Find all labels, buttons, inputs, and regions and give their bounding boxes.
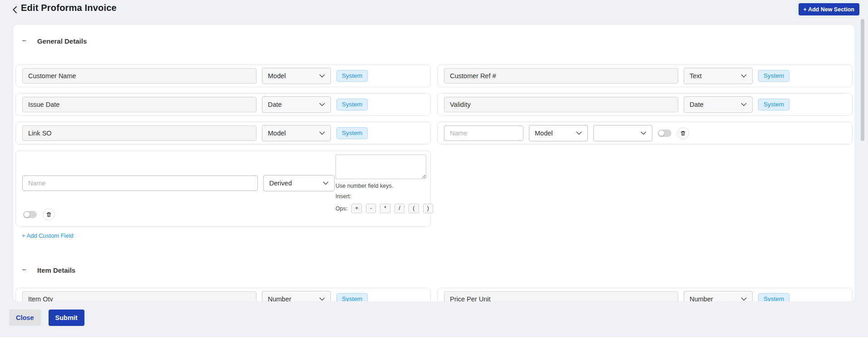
field-type-select[interactable]: Number — [262, 291, 331, 301]
chevron-down-icon — [741, 74, 747, 78]
field-card-link-so: Model System — [15, 122, 431, 145]
field-name-input — [22, 125, 256, 141]
page-title: Edit Proforma Invoice — [21, 3, 117, 13]
system-badge: System — [758, 99, 789, 110]
general-details-grid: Model System Text System Date System — [15, 65, 853, 227]
close-button[interactable]: Close — [9, 310, 41, 326]
add-new-section-button[interactable]: + Add New Section — [799, 3, 859, 15]
vertical-scrollbar-thumb[interactable] — [861, 19, 864, 141]
derived-field-controls — [23, 208, 55, 220]
field-type-value: Model — [268, 72, 286, 80]
derived-field-card: Derived Use number field keys. Insert: O… — [15, 150, 431, 227]
field-card-issue-date: Date System — [15, 93, 431, 116]
chevron-left-icon — [12, 6, 17, 14]
section-title: Item Details — [37, 266, 75, 274]
required-toggle[interactable] — [23, 211, 37, 218]
formula-hint-text: Use number field keys. — [335, 183, 433, 189]
toggle-knob — [659, 130, 664, 136]
footer-actions: Close Submit — [9, 310, 84, 326]
formula-textarea[interactable] — [335, 155, 426, 179]
form-panel: − General Details Model System Text Syst… — [14, 25, 854, 301]
derived-field-name-input[interactable] — [22, 175, 258, 191]
item-details-grid: Number System Number System — [15, 288, 853, 301]
custom-field-subtype-select[interactable] — [593, 125, 652, 141]
op-divide-button[interactable]: / — [395, 204, 404, 213]
system-badge: System — [758, 70, 789, 82]
collapse-icon[interactable]: − — [21, 38, 27, 44]
op-multiply-button[interactable]: * — [380, 204, 390, 213]
custom-field-card: Model — [437, 122, 853, 145]
chevron-down-icon — [319, 297, 325, 301]
chevron-down-icon — [319, 131, 325, 135]
field-card-customer-name: Model System — [15, 65, 431, 87]
submit-button[interactable]: Submit — [49, 310, 84, 326]
field-name-input — [22, 68, 256, 84]
field-name-input — [22, 97, 256, 112]
field-name-input — [22, 291, 256, 301]
toggle-knob — [24, 212, 30, 217]
section-title: General Details — [37, 37, 87, 45]
chevron-down-icon — [741, 103, 747, 106]
field-type-value: Model — [535, 130, 553, 137]
field-type-select[interactable]: Model — [262, 125, 331, 141]
system-badge: System — [336, 99, 368, 110]
formula-block: Use number field keys. Insert: Ops: + - … — [335, 155, 433, 213]
op-minus-button[interactable]: - — [366, 204, 376, 213]
field-type-value: Text — [690, 72, 702, 80]
custom-field-type-select[interactable]: Model — [529, 125, 588, 141]
field-type-select[interactable]: Date — [262, 96, 331, 113]
field-type-select[interactable]: Text — [684, 68, 753, 84]
required-toggle[interactable] — [658, 130, 671, 137]
system-badge: System — [758, 293, 789, 301]
op-close-paren-button[interactable]: ) — [423, 204, 433, 213]
back-button[interactable] — [9, 4, 20, 15]
field-type-value: Number — [690, 295, 713, 301]
ops-row: Ops: + - * / ( ) — [335, 204, 433, 213]
field-name-input — [444, 68, 678, 84]
ops-label: Ops: — [335, 205, 347, 212]
field-type-value: Derived — [269, 180, 292, 187]
field-type-value: Date — [268, 101, 282, 108]
field-card-validity: Date System — [437, 93, 853, 116]
field-type-value: Number — [268, 295, 291, 301]
collapse-icon[interactable]: − — [21, 267, 27, 273]
derived-field-row: Derived — [22, 175, 335, 191]
field-type-value: Model — [268, 130, 286, 137]
field-type-select[interactable]: Number — [684, 291, 753, 301]
op-open-paren-button[interactable]: ( — [409, 204, 419, 213]
chevron-down-icon — [319, 74, 325, 78]
op-plus-button[interactable]: + — [351, 204, 361, 213]
field-type-select[interactable]: Date — [684, 96, 753, 113]
field-name-input — [444, 291, 678, 301]
field-name-input — [444, 97, 678, 112]
chevron-down-icon — [641, 131, 646, 135]
derived-field-type-select[interactable]: Derived — [263, 175, 335, 191]
add-custom-field-link[interactable]: + Add Custom Field — [22, 232, 74, 239]
system-badge: System — [336, 127, 368, 139]
trash-icon — [46, 211, 52, 218]
field-card-item-qty: Number System — [15, 288, 431, 301]
chevron-down-icon — [323, 181, 329, 185]
chevron-down-icon — [741, 297, 747, 301]
delete-field-button[interactable] — [43, 208, 55, 220]
field-card-price-per-unit: Number System — [437, 288, 853, 301]
system-badge: System — [336, 70, 368, 82]
delete-field-button[interactable] — [677, 127, 689, 140]
trash-icon — [680, 130, 686, 136]
field-type-select[interactable]: Model — [262, 68, 331, 84]
system-badge: System — [336, 293, 368, 301]
field-type-value: Date — [690, 101, 704, 108]
empty-grid-cell — [437, 150, 853, 227]
chevron-down-icon — [319, 103, 325, 106]
chevron-down-icon — [576, 131, 582, 135]
section-header-general-details: − General Details — [21, 37, 853, 45]
custom-field-name-input[interactable] — [444, 125, 523, 141]
field-card-customer-ref: Text System — [437, 65, 853, 87]
section-header-item-details: − Item Details — [21, 266, 853, 274]
insert-label: Insert: — [335, 193, 433, 200]
top-bar: Edit Proforma Invoice + Add New Section — [0, 0, 868, 20]
